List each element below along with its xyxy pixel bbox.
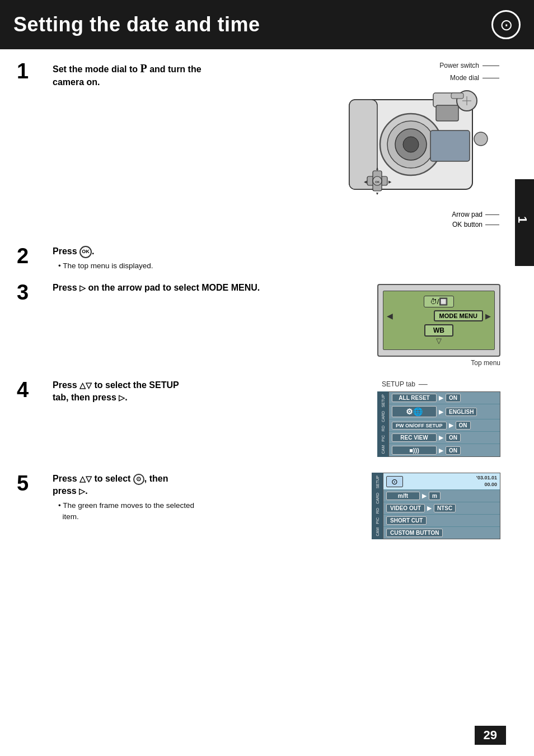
setup-row-pwsetup: PW ON/OFF SETUP ▶ ON [389, 419, 500, 432]
pwsetup-arrow: ▶ [449, 422, 453, 429]
date-side-pic: PIC [376, 517, 380, 524]
step-2: 2 Press OK. • The top menu is displayed. [17, 245, 500, 272]
step-2-left: 2 Press OK. • The top menu is displayed. [17, 245, 500, 272]
custombtn-item: CUSTOM BUTTON [386, 529, 443, 537]
language-arrow: ▶ [439, 408, 443, 416]
wb-box: WB [424, 324, 453, 337]
svg-rect-10 [451, 93, 463, 99]
svg-rect-11 [436, 105, 458, 121]
step-4-left: 4 Press △▽ to select the SETUPtab, then … [17, 379, 372, 407]
setup-side-labels: SETUP CARD RD PIC CAM [377, 391, 388, 457]
setup-row-all-reset: ALL RESET ▶ ON [389, 392, 500, 404]
step-3-title: Press ▷ on the arrow pad to select MODE … [53, 282, 260, 294]
sidebar-tab: 1 Getting started [515, 179, 534, 266]
date-row-custombtn: CUSTOM BUTTON [383, 527, 500, 539]
step-1: 1 Set the mode dial to P and turn thecam… [17, 60, 500, 234]
clock-date-item: ⊙ [386, 476, 403, 487]
date-side-rd: RD [376, 508, 380, 514]
sound-item: ■))) [392, 446, 437, 455]
step5-right-sym: ▷ [79, 487, 85, 496]
clock-icon: ⊙ [133, 474, 144, 485]
setup-row-recview: REC VIEW ▶ ON [389, 432, 500, 444]
sidebar-chapter-label: Getting started [502, 193, 510, 253]
pwsetup-item: PW ON/OFF SETUP [392, 422, 447, 430]
date-row-mft: m/ft ▶ m [383, 490, 500, 502]
svg-text:▲: ▲ [376, 166, 380, 170]
page-number: 29 [475, 726, 506, 745]
setup-display-wrapper: SETUP CARD RD PIC CAM ALL RESET ▶ ON ⚙� [377, 391, 500, 457]
step-5-title: Press △▽ to select ⊙, thenpress ▷. [53, 473, 194, 498]
step-2-title: Press OK. [53, 245, 153, 258]
ok-button-label: OK button [452, 221, 499, 228]
page-header: Setting the date and time ⊙ [0, 0, 534, 49]
recview-arrow: ▶ [439, 434, 443, 441]
setup-rows: ALL RESET ▶ ON ⚙🌐 ▶ ENGLISH PW ON/OFF SE… [388, 391, 500, 457]
top-menu-display: ⏱/🔲 ◀ MODE MENU ▶ [377, 284, 500, 357]
shortcut-item: SHORT CUT [386, 516, 427, 525]
step-2-bullets: • The top menu is displayed. [53, 260, 153, 272]
recview-item: REC VIEW [392, 433, 437, 442]
step-3-right: ⏱/🔲 ◀ MODE MENU ▶ [377, 282, 500, 367]
date-side-cam: CAM [376, 528, 380, 536]
bracket-icon: — [419, 379, 428, 389]
step5-updown-sym: △▽ [79, 474, 92, 483]
step-5-right: SETUP CARD RD PIC CAM ⊙ '03.01.0100.00 m… [372, 473, 500, 539]
page-number-area: 29 [475, 726, 506, 745]
mft-item: m/ft [386, 492, 420, 500]
right-arrow-sym2: ▷ [119, 393, 125, 402]
top-menu-label: Top menu [471, 359, 500, 367]
step-2-number: 2 [17, 245, 45, 267]
videoout-arrow: ▶ [427, 505, 432, 512]
pwsetup-value: ON [456, 421, 471, 430]
all-reset-arrow: ▶ [439, 394, 443, 402]
power-switch-label: Power switch [439, 62, 499, 69]
camera-diagram: Power switch Mode dial [332, 60, 500, 234]
videoout-value: NTSC [434, 504, 456, 512]
step-2-bullet-1: • The top menu is displayed. [58, 260, 153, 272]
recview-value: ON [446, 433, 461, 442]
step-4-row: 4 Press △▽ to select the SETUPtab, then … [17, 379, 500, 457]
step-1-text: 1 Set the mode dial to P and turn thecam… [17, 60, 332, 91]
step-5-left: 5 Press △▽ to select ⊙, thenpress ▷. • T… [17, 473, 363, 522]
setup-row-sound: ■))) ▶ ON [389, 444, 500, 456]
mode-menu-box: MODE MENU [434, 310, 483, 321]
date-row-shortcut: SHORT CUT [383, 515, 500, 527]
step-5-row: 5 Press △▽ to select ⊙, thenpress ▷. • T… [17, 473, 500, 539]
step-1-title: Set the mode dial to P and turn thecamer… [53, 60, 202, 91]
mft-value: m [429, 492, 441, 500]
up-down-arrow-sym: △▽ [79, 381, 92, 390]
side-label-cam: CAM [381, 445, 385, 454]
sound-value: ON [446, 446, 461, 455]
side-label-card: CARD [381, 411, 385, 422]
clock-date-value: '03.01.0100.00 [476, 475, 497, 488]
step-1-right: Power switch Mode dial [332, 60, 500, 234]
right-arrow-icon: ▶ [485, 312, 491, 320]
step-3-left: 3 Press ▷ on the arrow pad to select MOD… [17, 282, 368, 303]
step-4-right: SETUP tab — SETUP CARD RD PIC CAM ALL RE… [377, 379, 500, 457]
videoout-item: VIDEO OUT [386, 504, 425, 512]
top-menu-inner: ⏱/🔲 ◀ MODE MENU ▶ [383, 291, 495, 350]
step-4-number: 4 [17, 379, 45, 400]
setup-tab-text: SETUP tab [382, 380, 415, 388]
all-reset-value: ON [446, 394, 461, 402]
left-arrow-icon: ◀ [387, 311, 393, 320]
page-title: Setting the date and time [13, 13, 260, 36]
svg-rect-12 [430, 130, 470, 161]
side-label-pic: PIC [381, 435, 385, 442]
sound-arrow: ▶ [439, 447, 443, 454]
all-reset-item: ALL RESET [392, 394, 437, 402]
date-display-wrapper: SETUP CARD RD PIC CAM ⊙ '03.01.0100.00 m… [372, 473, 500, 539]
arrow-pad-label: Arrow pad [452, 211, 499, 218]
svg-point-13 [474, 132, 488, 146]
date-side-labels: SETUP CARD RD PIC CAM [372, 473, 383, 539]
language-item: ⚙🌐 [392, 406, 437, 417]
menu-icon-row: ⏱/🔲 [387, 296, 491, 307]
step-1-number: 1 [17, 60, 45, 82]
step-5-bullets: • The green frame moves to the selected … [53, 500, 194, 523]
svg-text:▼: ▼ [376, 192, 380, 195]
date-row-videoout: VIDEO OUT ▶ NTSC [383, 502, 500, 515]
right-arrow-sym: ▷ [79, 283, 86, 292]
setup-row-language: ⚙🌐 ▶ ENGLISH [389, 404, 500, 419]
setup-tab-label-area: SETUP tab — [382, 379, 428, 389]
mft-arrow: ▶ [422, 492, 427, 500]
